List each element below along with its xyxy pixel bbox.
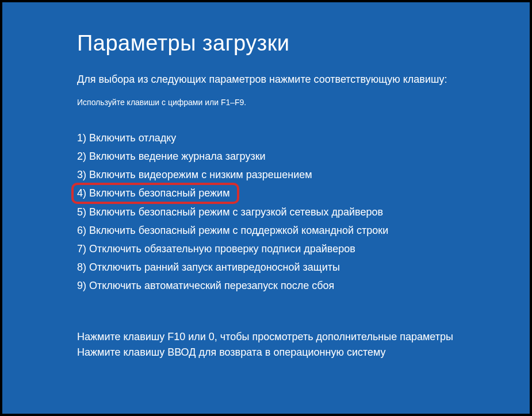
option-7[interactable]: 7) Отключить обязательную проверку подпи… (77, 240, 455, 258)
hint-text: Используйте клавиши с цифрами или F1–F9. (77, 98, 455, 107)
footer-line-2: Нажмите клавишу ВВОД для возврата в опер… (77, 345, 455, 360)
option-4[interactable]: 4) Включить безопасный режим (71, 183, 239, 204)
option-6[interactable]: 6) Включить безопасный режим с поддержко… (77, 221, 455, 240)
instruction-text: Для выбора из следующих параметров нажми… (77, 72, 455, 87)
option-9[interactable]: 9) Отключить автоматический перезапуск п… (77, 276, 455, 295)
footer-line-1: Нажмите клавишу F10 или 0, чтобы просмот… (77, 329, 455, 345)
page-title: Параметры загрузки (77, 31, 455, 56)
option-2[interactable]: 2) Включить ведение журнала загрузки (77, 147, 455, 165)
option-5[interactable]: 5) Включить безопасный режим с загрузкой… (77, 203, 455, 221)
option-8[interactable]: 8) Отключить ранний запуск антивредоносн… (77, 258, 455, 276)
startup-settings-screen: Параметры загрузки Для выбора из следующ… (2, 2, 530, 414)
option-3[interactable]: 3) Включить видеорежим с низким разрешен… (77, 165, 455, 184)
options-list: 1) Включить отладку 2) Включить ведение … (77, 129, 455, 295)
option-1[interactable]: 1) Включить отладку (77, 129, 455, 147)
footer-text: Нажмите клавишу F10 или 0, чтобы просмот… (77, 329, 455, 360)
